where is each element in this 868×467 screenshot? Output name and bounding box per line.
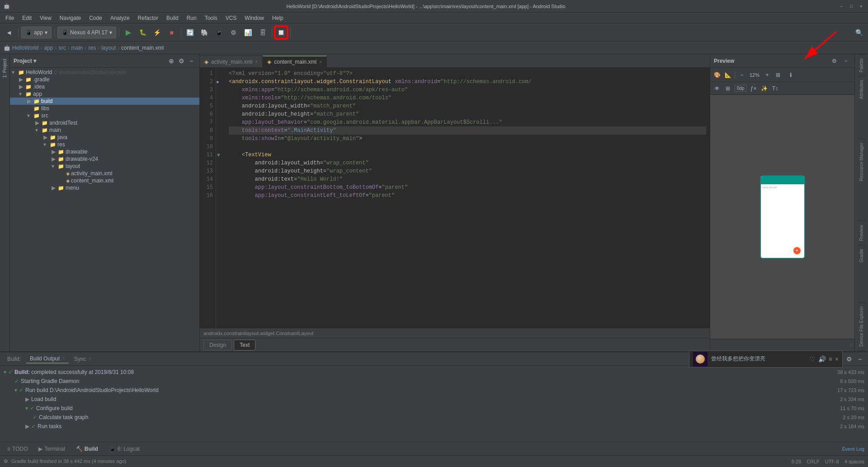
code-content[interactable]: <?xml version="1.0" encoding="utf-8"?> <… [225, 68, 710, 328]
indent-info[interactable]: 4 spaces [844, 459, 864, 464]
breadcrumb-layout[interactable]: layout [101, 45, 116, 51]
preview-more-btn[interactable]: ⊞ [723, 84, 733, 93]
design-tab[interactable]: Design [203, 340, 232, 350]
palette-tab[interactable]: Palette [858, 54, 865, 76]
tree-drawable-v24-folder[interactable]: ▶ 📁 drawable-v24 [10, 155, 199, 163]
music-like-btn[interactable]: ♡ [810, 355, 816, 363]
tree-layout-folder[interactable]: ▾ 📁 layout [10, 163, 199, 170]
menu-run[interactable]: Run [183, 14, 200, 22]
menu-window[interactable]: Window [241, 14, 268, 22]
project-tab[interactable]: 1: Project [1, 56, 8, 80]
tree-menu-folder[interactable]: ▶ 📁 menu [10, 184, 199, 191]
tree-androidtest-folder[interactable]: ▶ 📁 androidTest [10, 119, 199, 126]
build-tab[interactable]: Build: [4, 355, 24, 363]
tab-content-main[interactable]: ◈ content_main.xml × [263, 56, 327, 67]
build-variants-tab[interactable]: Build Variants [858, 350, 865, 351]
menu-file[interactable]: File [2, 14, 18, 22]
preview-fit-btn[interactable]: ⊞ [773, 70, 783, 80]
tree-content-main-xml[interactable]: ◈ content_main.xml [10, 177, 199, 184]
build-item-7[interactable]: ▶ ✓ Run tasks 2 s 184 ms [4, 422, 864, 431]
menu-build[interactable]: Build [163, 14, 182, 22]
preview-zoom-out-btn[interactable]: − [737, 70, 747, 80]
build-bottom-tab[interactable]: 🔨 Build [72, 445, 102, 453]
preview-text-btn[interactable]: T↕ [770, 84, 780, 93]
logcat-tab[interactable]: 📱 6: Logcat [105, 445, 143, 453]
device-file-explorer-tab[interactable]: Device File Explorer [858, 302, 865, 350]
run-btn[interactable]: ▶ [122, 26, 135, 39]
line-separator[interactable]: CRLF [807, 459, 820, 464]
maximize-btn[interactable]: □ [848, 3, 854, 9]
preview-magic-btn[interactable]: ✨ [760, 84, 769, 93]
tree-libs-folder[interactable]: 📁 libs [10, 105, 199, 112]
bottom-settings-btn[interactable]: ⚙ [844, 355, 854, 364]
panel-add-btn[interactable]: ⊕ [167, 56, 176, 65]
device-dropdown[interactable]: 📱 Nexus 4 API 17 ▾ [57, 27, 116, 38]
app-module-dropdown[interactable]: 📱 app ▾ [21, 27, 52, 38]
menu-analyze[interactable]: Analyze [107, 14, 133, 22]
menu-code[interactable]: Code [85, 14, 106, 22]
menu-view[interactable]: View [36, 14, 55, 22]
search-everywhere-btn[interactable]: 🔍 [853, 26, 865, 39]
music-playlist-btn[interactable]: ≡ [829, 355, 832, 363]
panel-close-btn[interactable]: − [187, 56, 196, 65]
breadcrumb-project[interactable]: HelloWorld [12, 45, 38, 51]
build-item-4[interactable]: ▶ Load build 2 s 334 ms [4, 395, 864, 404]
sync-close[interactable]: × [89, 356, 92, 361]
build-item-3[interactable]: ▾ ✓ Run build D:\Android\AndroidStudioPr… [4, 386, 864, 395]
breadcrumb-app[interactable]: app [44, 45, 53, 51]
terminal-tab[interactable]: ▶ Terminal [35, 445, 68, 453]
menu-help[interactable]: Help [269, 14, 287, 22]
text-tab[interactable]: Text [234, 340, 255, 350]
preview-func-btn[interactable]: ƒ× [749, 84, 759, 93]
encoding[interactable]: UTF-8 [825, 459, 839, 464]
preview-eye-btn[interactable]: 👁 [712, 84, 722, 93]
tab-close-btn-2[interactable]: × [319, 60, 322, 65]
back-nav-btn[interactable]: ◄ [3, 26, 15, 39]
resource-manager-tab[interactable]: Resource Manager [858, 139, 865, 185]
stop-btn[interactable]: ■ [165, 26, 178, 39]
preview-zoom-in-btn[interactable]: + [762, 70, 772, 80]
breadcrumb-res[interactable]: res [89, 45, 96, 51]
menu-vcs[interactable]: VCS [222, 14, 241, 22]
event-log-link[interactable]: Event Log [842, 446, 864, 452]
attributes-tab[interactable]: Attributes [858, 76, 865, 103]
db-inspector-btn[interactable]: 🗄 [256, 26, 269, 39]
tree-idea-folder[interactable]: ▶ 📁 .idea [10, 83, 199, 90]
tree-build-folder[interactable]: ▶ 📁 build [10, 98, 199, 105]
tree-java-folder[interactable]: ▶ 📁 java [10, 134, 199, 141]
tree-app-folder[interactable]: ▾ 📁 app [10, 90, 199, 98]
tree-drawable-folder[interactable]: ▶ 📁 drawable [10, 148, 199, 155]
music-volume-btn[interactable]: 🔊 [818, 355, 826, 363]
cursor-position[interactable]: 8:28 [792, 459, 801, 464]
avd-btn[interactable]: 📱 [213, 26, 226, 39]
menu-edit[interactable]: Edit [19, 14, 35, 22]
breadcrumb-file[interactable]: content_main.xml [121, 45, 164, 51]
sdk-btn[interactable]: ⚙ [227, 26, 240, 39]
menu-refactor[interactable]: Refactor [134, 14, 162, 22]
build-item-1[interactable]: ▾ ✓ Build: completed successfully at 201… [4, 368, 864, 377]
tree-main-folder[interactable]: ▾ 📁 main [10, 126, 199, 134]
preview-settings-btn[interactable]: ⚙ [829, 56, 839, 66]
tree-res-folder[interactable]: ▾ 📁 res [10, 141, 199, 148]
breadcrumb-main[interactable]: main [71, 45, 83, 51]
build-item-5[interactable]: ▾ ✓ Configure build 11 s 70 ms [4, 404, 864, 413]
preview-tab-v[interactable]: Preview [858, 221, 865, 245]
gradle-btn[interactable]: 🐘 [198, 26, 211, 39]
apply-changes-btn[interactable]: ⚡ [151, 26, 164, 39]
breadcrumb-src[interactable]: src [59, 45, 66, 51]
preview-minimize-btn[interactable]: − [841, 56, 851, 66]
sync-btn[interactable]: 🔄 [184, 26, 197, 39]
preview-info-btn[interactable]: ℹ [786, 70, 796, 80]
tab-close-btn[interactable]: × [255, 59, 258, 64]
tree-activity-main-xml[interactable]: ◈ activity_main.xml [10, 170, 199, 177]
menu-tools[interactable]: Tools [201, 14, 221, 22]
sync-tab[interactable]: Sync × [71, 355, 95, 363]
panel-gear-btn[interactable]: ⚙ [177, 56, 186, 65]
preview-design-btn[interactable]: 🎨 [712, 70, 722, 80]
layout-inspector-btn[interactable]: 🔲 [275, 26, 288, 39]
debug-btn[interactable]: 🐛 [137, 26, 149, 39]
build-item-6[interactable]: ✓ Calculate task graph 2 s 20 ms [4, 413, 864, 422]
tree-src-folder[interactable]: ▾ 📁 src [10, 112, 199, 119]
close-btn[interactable]: × [858, 3, 864, 9]
build-item-2[interactable]: ✓ Starting Gradle Daemon 8 s 500 ms [4, 377, 864, 386]
